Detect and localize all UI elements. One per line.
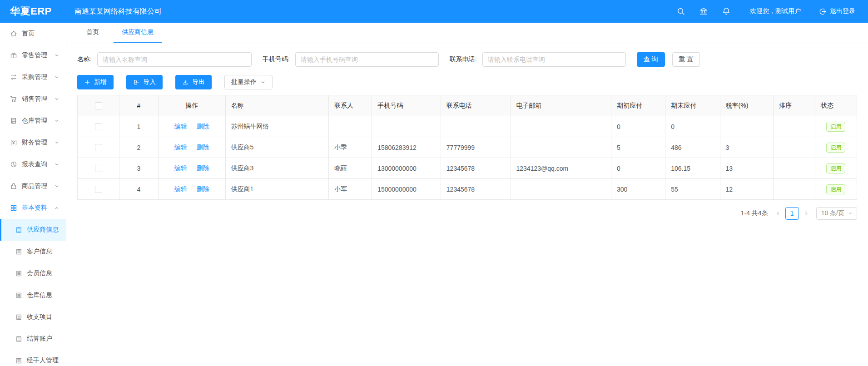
logout-label: 退出登录	[830, 7, 855, 15]
cell-status: 启用	[815, 137, 857, 158]
row-checkbox[interactable]	[95, 144, 102, 151]
sidebar-item[interactable]: 销售管理	[0, 88, 66, 110]
sidebar-item[interactable]: 基本资料	[0, 197, 66, 219]
app-logo[interactable]: 华夏ERP	[0, 5, 66, 18]
sidebar-subitem[interactable]: 会员信息	[0, 262, 66, 284]
sidebar-item-label: 销售管理	[22, 95, 47, 103]
prev-page-button[interactable]	[773, 207, 784, 220]
cell-tax: 3	[720, 137, 773, 158]
reset-button[interactable]: 重 置	[672, 52, 700, 67]
current-page[interactable]: 1	[785, 207, 799, 220]
cell-contact	[329, 116, 372, 137]
sidebar-subitem[interactable]: 经手人管理	[0, 350, 66, 366]
tel-input[interactable]	[482, 52, 626, 67]
phone-input[interactable]	[295, 52, 439, 67]
column-header: 期末应付	[665, 95, 720, 116]
export-label: 导出	[192, 78, 205, 86]
edit-link[interactable]: 编辑	[174, 143, 187, 151]
column-header: 排序	[773, 95, 815, 116]
sidebar-subitem[interactable]: 收支项目	[0, 306, 66, 328]
cell-status: 启用	[815, 158, 857, 179]
sidebar-subitem[interactable]: 客户信息	[0, 241, 66, 262]
delete-link[interactable]: 删除	[197, 143, 209, 151]
next-page-button[interactable]	[801, 207, 812, 220]
tab-label: 供应商信息	[122, 28, 154, 36]
sidebar-item[interactable]: 仓库管理	[0, 110, 66, 132]
sidebar-item-label: 首页	[22, 30, 35, 38]
column-header: 联系电话	[441, 95, 511, 116]
delete-link[interactable]: 删除	[197, 185, 209, 193]
money-icon	[10, 139, 17, 146]
column-header: 联系人	[329, 95, 372, 116]
row-checkbox[interactable]	[95, 186, 102, 193]
sidebar-item[interactable]: 商品管理	[0, 175, 66, 197]
doc-icon	[15, 314, 22, 321]
logout-button[interactable]: 退出登录	[819, 7, 855, 15]
tel-label: 联系电话:	[450, 55, 477, 64]
add-button[interactable]: 新增	[77, 75, 114, 89]
cell-contact: 晓丽	[329, 158, 372, 179]
cell-mobile: 13000000000	[372, 158, 441, 179]
sidebar-subitem-label: 收支项目	[27, 313, 52, 321]
cell-sort	[773, 137, 815, 158]
sidebar-subitem[interactable]: 仓库信息	[0, 284, 66, 306]
column-header: 状态	[815, 95, 857, 116]
chevron-down-icon	[54, 96, 60, 102]
column-header: 电子邮箱	[511, 95, 611, 116]
status-badge: 启用	[826, 184, 845, 194]
table-row: 2编辑删除供应商5小季158062839127777999954863启用	[78, 137, 857, 158]
sidebar-item[interactable]: 首页	[0, 23, 66, 45]
export-button[interactable]: 导出	[175, 75, 212, 89]
chevron-down-icon	[54, 183, 60, 189]
page-size-select[interactable]: 10 条/页	[816, 207, 857, 220]
cell-tel: 77779999	[441, 137, 511, 158]
plus-icon	[84, 79, 90, 85]
cell-name: 供应商3	[225, 158, 329, 179]
sidebar: 首页零售管理采购管理销售管理仓库管理财务管理报表查询商品管理基本资料供应商信息客…	[0, 23, 66, 366]
edit-link[interactable]: 编辑	[174, 123, 187, 130]
sidebar-subitem[interactable]: 供应商信息	[0, 219, 66, 241]
logout-icon	[819, 8, 827, 15]
sidebar-item[interactable]: 采购管理	[0, 66, 66, 88]
status-badge: 启用	[826, 143, 845, 153]
name-input[interactable]	[97, 52, 252, 67]
bell-icon[interactable]	[722, 7, 731, 16]
row-checkbox[interactable]	[95, 165, 102, 172]
search-icon[interactable]	[676, 7, 685, 16]
sidebar-item[interactable]: 财务管理	[0, 132, 66, 153]
sidebar-subitem-label: 仓库信息	[27, 291, 52, 299]
sidebar-subitem-label: 结算账户	[27, 335, 52, 343]
import-label: 导入	[143, 78, 156, 86]
cell-tax: 12	[720, 179, 773, 200]
divider	[192, 124, 192, 130]
delete-link[interactable]: 删除	[197, 123, 209, 130]
delete-link[interactable]: 删除	[197, 164, 209, 172]
cell-email	[511, 116, 611, 137]
cell-end: 0	[665, 116, 720, 137]
cell-begin: 0	[611, 158, 665, 179]
sidebar-subitem[interactable]: 结算账户	[0, 328, 66, 350]
bank-icon[interactable]	[699, 7, 708, 16]
select-all-checkbox[interactable]	[95, 102, 102, 109]
import-button[interactable]: 导入	[126, 75, 163, 89]
import-icon	[133, 79, 139, 85]
grid-icon	[10, 204, 17, 212]
cell-mobile: 15000000000	[372, 179, 441, 200]
supplier-table: #操作名称联系人手机号码联系电话电子邮箱期初应付期末应付税率(%)排序状态1编辑…	[77, 95, 857, 200]
row-checkbox[interactable]	[95, 123, 102, 130]
column-header: 手机号码	[372, 95, 441, 116]
doc-icon	[15, 248, 22, 255]
doc-icon	[15, 227, 22, 233]
batch-actions-dropdown[interactable]: 批量操作	[224, 75, 273, 89]
tab-0[interactable]: 首页	[78, 23, 107, 43]
pagination-total: 1-4 共4条	[741, 209, 768, 218]
cell-tax	[720, 116, 773, 137]
sidebar-item[interactable]: 报表查询	[0, 153, 66, 175]
sidebar-item[interactable]: 零售管理	[0, 45, 66, 66]
cell-sort	[773, 158, 815, 179]
company-title: 南通某某网络科技有限公司	[74, 7, 162, 16]
tab-1[interactable]: 供应商信息	[114, 23, 162, 43]
edit-link[interactable]: 编辑	[174, 185, 187, 193]
search-button[interactable]: 查 询	[637, 52, 665, 67]
edit-link[interactable]: 编辑	[174, 164, 187, 172]
